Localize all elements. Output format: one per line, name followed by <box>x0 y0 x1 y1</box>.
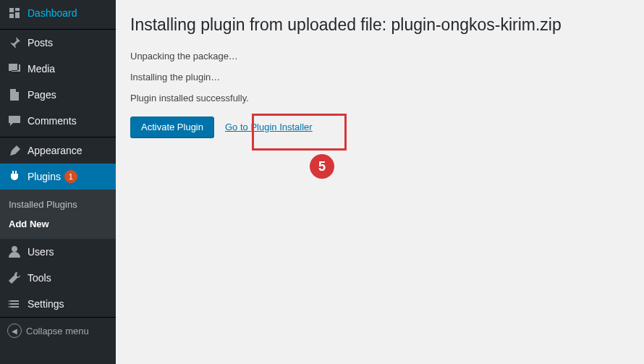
pin-icon <box>7 35 22 50</box>
menu-plugins[interactable]: Plugins 1 <box>0 164 116 190</box>
menu-label: Posts <box>27 37 53 48</box>
admin-sidebar: Dashboard Posts Media Pages Comments App… <box>0 0 116 364</box>
submenu-add-new[interactable]: Add New <box>0 214 116 234</box>
go-to-plugin-installer-link[interactable]: Go to Plugin Installer <box>225 122 313 132</box>
menu-label: Media <box>27 63 55 75</box>
collapse-icon: ◀ <box>7 323 22 338</box>
menu-appearance[interactable]: Appearance <box>0 137 116 164</box>
main-content: Installing plugin from uploaded file: pl… <box>116 0 644 364</box>
menu-label: Pages <box>27 89 56 101</box>
menu-label: Appearance <box>27 145 82 156</box>
page-title: Installing plugin from uploaded file: pl… <box>130 14 630 36</box>
action-row: Activate Plugin Go to Plugin Installer <box>130 117 630 137</box>
menu-label: Plugins <box>27 171 61 182</box>
menu-dashboard[interactable]: Dashboard <box>0 0 116 26</box>
status-success: Plugin installed successfully. <box>130 93 630 103</box>
menu-settings[interactable]: Settings <box>0 291 116 317</box>
collapse-menu[interactable]: ◀ Collapse menu <box>0 317 116 344</box>
menu-comments[interactable]: Comments <box>0 108 116 134</box>
menu-pages[interactable]: Pages <box>0 82 116 108</box>
dashboard-icon <box>7 6 22 20</box>
menu-media[interactable]: Media <box>0 56 116 82</box>
comments-icon <box>7 114 22 128</box>
collapse-label: Collapse menu <box>26 326 89 337</box>
menu-tools[interactable]: Tools <box>0 265 116 291</box>
status-installing: Installing the plugin… <box>130 72 630 82</box>
activate-plugin-button[interactable]: Activate Plugin <box>130 117 214 137</box>
users-icon <box>7 245 22 259</box>
status-unpacking: Unpacking the package… <box>130 51 630 62</box>
menu-label: Settings <box>27 298 64 310</box>
menu-label: Users <box>27 246 54 258</box>
menu-label: Comments <box>27 115 77 127</box>
menu-label: Dashboard <box>27 7 77 19</box>
annotation-step-badge: 5 <box>310 154 334 179</box>
settings-icon <box>7 297 22 311</box>
menu-posts[interactable]: Posts <box>0 30 116 56</box>
submenu-installed-plugins[interactable]: Installed Plugins <box>0 195 116 214</box>
update-badge: 1 <box>64 170 77 183</box>
plugins-icon <box>7 169 22 184</box>
menu-label: Tools <box>27 272 51 284</box>
appearance-icon <box>7 143 22 158</box>
pages-icon <box>7 88 22 102</box>
media-icon <box>7 62 22 76</box>
menu-users[interactable]: Users <box>0 239 116 265</box>
tools-icon <box>7 271 22 285</box>
plugins-submenu: Installed Plugins Add New <box>0 190 116 239</box>
